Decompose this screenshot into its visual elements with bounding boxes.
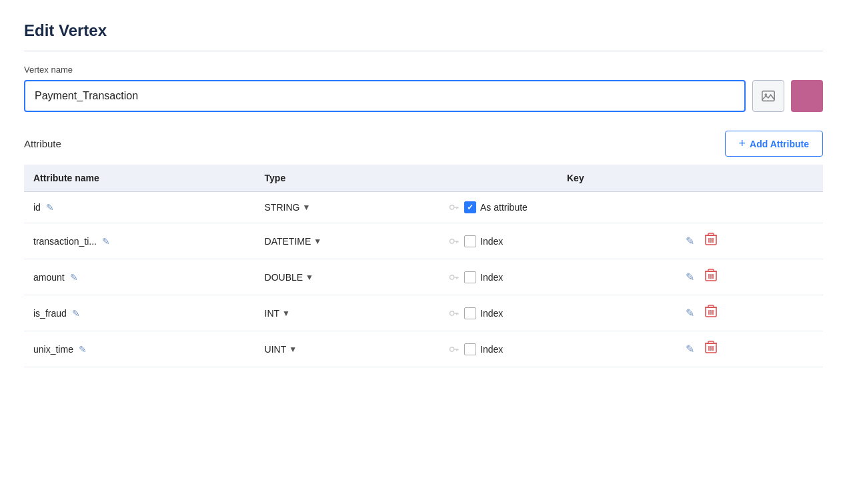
attr-key-cell-0: As attribute <box>439 192 676 223</box>
type-dropdown-arrow[interactable]: ▼ <box>305 273 313 282</box>
attr-type-value: DOUBLE <box>265 272 303 283</box>
col-header-key: Key <box>558 165 756 192</box>
svg-point-16 <box>450 275 454 279</box>
col-header-name: Attribute name <box>24 165 255 192</box>
table-body: id ✎ STRING ▼ As attribute <box>24 192 823 367</box>
attr-name-cell-0: id ✎ <box>24 192 255 223</box>
attr-name-text: unix_time <box>33 344 73 355</box>
attr-name-text: transaction_ti... <box>33 236 97 247</box>
image-picker-button[interactable] <box>752 80 784 112</box>
attr-name-cell-4: unix_time ✎ <box>24 331 255 367</box>
table-row: amount ✎ DOUBLE ▼ Index <box>24 259 823 295</box>
key-icon <box>448 308 459 319</box>
attr-name-edit-icon[interactable]: ✎ <box>46 202 54 213</box>
attr-type-value: INT <box>265 308 280 319</box>
attr-actions-cell-3: ✎ <box>676 295 756 331</box>
col-header-type: Type <box>255 165 558 192</box>
attr-type-value: DATETIME <box>265 236 311 247</box>
page-title: Edit Vertex <box>24 21 823 40</box>
edit-vertex-page: Edit Vertex Vertex name Attribute + Add … <box>0 0 847 504</box>
table-row: transaction_ti... ✎ DATETIME ▼ <box>24 223 823 259</box>
table-row: id ✎ STRING ▼ As attribute <box>24 192 823 223</box>
attr-name-text: is_fraud <box>33 308 67 319</box>
attr-edit-icon-3[interactable]: ✎ <box>686 307 694 319</box>
attr-type-cell-0: STRING ▼ <box>255 192 440 223</box>
key-checkbox-3[interactable] <box>464 307 476 319</box>
add-attribute-button[interactable]: + Add Attribute <box>725 131 823 157</box>
vertex-name-row <box>24 80 823 112</box>
attr-delete-icon-1[interactable] <box>705 233 717 249</box>
attr-delete-icon-2[interactable] <box>705 269 717 285</box>
attr-type-cell-1: DATETIME ▼ <box>255 223 440 259</box>
vertex-name-label: Vertex name <box>24 65 823 75</box>
key-checkbox-2[interactable] <box>464 271 476 283</box>
color-picker-button[interactable] <box>791 80 823 112</box>
svg-rect-25 <box>708 269 714 271</box>
attr-name-edit-icon[interactable]: ✎ <box>72 308 80 319</box>
attr-delete-icon-4[interactable] <box>705 341 717 357</box>
attr-edit-icon-2[interactable]: ✎ <box>686 271 694 283</box>
svg-point-36 <box>450 347 454 351</box>
attr-actions-cell-2: ✎ <box>676 259 756 295</box>
key-checkbox-1[interactable] <box>464 235 476 247</box>
type-dropdown-arrow[interactable]: ▼ <box>302 203 310 212</box>
key-icon <box>448 236 459 247</box>
type-dropdown-arrow[interactable]: ▼ <box>282 309 290 318</box>
vertex-name-input[interactable] <box>24 80 746 112</box>
attr-key-cell-1: Index <box>439 223 676 259</box>
svg-rect-0 <box>762 91 774 101</box>
attr-type-value: STRING <box>265 202 300 213</box>
add-attribute-label: Add Attribute <box>750 139 809 149</box>
attr-type-value: UINT <box>265 344 287 355</box>
key-label-1: Index <box>480 236 503 247</box>
key-label-0: As attribute <box>480 202 528 213</box>
table-row: unix_time ✎ UINT ▼ Index <box>24 331 823 367</box>
table-row: is_fraud ✎ INT ▼ Index <box>24 295 823 331</box>
svg-rect-15 <box>708 233 714 235</box>
attr-actions-cell-4: ✎ <box>676 331 756 367</box>
attr-actions-cell-1: ✎ <box>676 223 756 259</box>
key-label-4: Index <box>480 344 503 355</box>
svg-rect-35 <box>708 305 714 307</box>
attr-type-cell-4: UINT ▼ <box>255 331 440 367</box>
key-label-2: Index <box>480 272 503 283</box>
attribute-section-label: Attribute <box>24 138 61 149</box>
attr-name-text: amount <box>33 272 65 283</box>
attr-name-cell-3: is_fraud ✎ <box>24 295 255 331</box>
type-dropdown-arrow[interactable]: ▼ <box>289 345 297 354</box>
attr-edit-icon-4[interactable]: ✎ <box>686 343 694 355</box>
key-checkbox-4[interactable] <box>464 343 476 355</box>
title-divider <box>24 51 823 51</box>
table-header: Attribute name Type Key <box>24 165 823 192</box>
col-header-actions <box>756 165 823 192</box>
attr-name-edit-icon[interactable]: ✎ <box>102 236 110 247</box>
attributes-table: Attribute name Type Key id ✎ STRING ▼ <box>24 165 823 367</box>
attr-name-edit-icon[interactable]: ✎ <box>70 272 78 283</box>
attr-actions-cell-0 <box>676 192 756 223</box>
key-checkbox-0[interactable] <box>464 201 476 213</box>
key-icon <box>448 202 459 213</box>
key-icon <box>448 272 459 283</box>
svg-point-26 <box>450 311 454 315</box>
attr-delete-icon-3[interactable] <box>705 305 717 321</box>
svg-point-2 <box>450 205 454 209</box>
attr-key-cell-3: Index <box>439 295 676 331</box>
attribute-section-header: Attribute + Add Attribute <box>24 131 823 157</box>
attr-edit-icon-1[interactable]: ✎ <box>686 235 694 247</box>
key-icon <box>448 344 459 355</box>
attr-type-cell-2: DOUBLE ▼ <box>255 259 440 295</box>
svg-rect-45 <box>708 341 714 343</box>
attr-name-cell-2: amount ✎ <box>24 259 255 295</box>
attr-name-cell-1: transaction_ti... ✎ <box>24 223 255 259</box>
attr-key-cell-2: Index <box>439 259 676 295</box>
plus-icon: + <box>739 137 746 151</box>
image-icon <box>761 89 776 103</box>
attr-name-edit-icon[interactable]: ✎ <box>79 344 87 355</box>
type-dropdown-arrow[interactable]: ▼ <box>313 237 321 246</box>
attr-key-cell-4: Index <box>439 331 676 367</box>
attr-type-cell-3: INT ▼ <box>255 295 440 331</box>
key-label-3: Index <box>480 308 503 319</box>
svg-point-6 <box>450 239 454 243</box>
attr-name-text: id <box>33 202 41 213</box>
